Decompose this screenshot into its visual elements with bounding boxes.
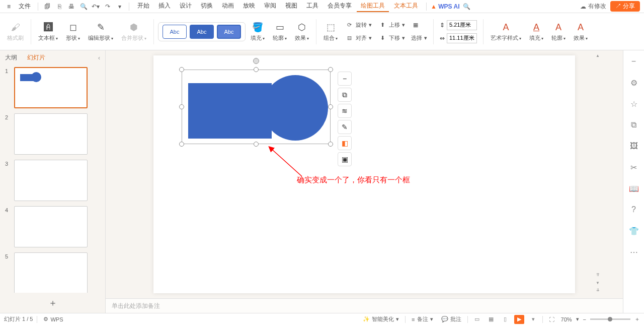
resize-handle[interactable] [328,67,333,72]
normal-view-icon[interactable]: ▭ [472,315,482,324]
shape-button[interactable]: ◻ 形状▾ [63,21,83,42]
tab-text-tools[interactable]: 文本工具 [390,1,422,12]
tab-insert[interactable]: 插入 [154,1,175,12]
collapse-panel-icon[interactable]: ‹ [98,54,100,61]
image-icon[interactable]: 🖼 [628,140,640,152]
zoom-thumb[interactable] [608,317,612,321]
float-border-button[interactable]: ▣ [338,152,352,166]
minus-icon[interactable]: − [628,55,640,68]
edit-shape-button[interactable]: ✎ 编辑形状▾ [85,21,116,42]
printer-icon[interactable]: 🖶 [66,2,76,12]
fit-view-icon[interactable]: ⛶ [547,315,557,324]
prev-slide-icon[interactable]: ⇈ [595,272,601,278]
book-icon[interactable]: 📖 [628,182,640,194]
search-icon[interactable]: 🔍 [461,2,471,12]
combine-button[interactable]: ⬚ 组合▾ [320,21,341,42]
shape-style-gallery[interactable]: Abc Abc Abc [158,22,246,41]
height-input[interactable] [447,20,477,30]
textbox-button[interactable]: 🅰 文本框▾ [35,21,61,42]
text-fill-button[interactable]: A 填充▾ [526,21,546,42]
slide-thumbnail-3[interactable] [14,160,88,201]
tab-tools[interactable]: 工具 [302,1,323,12]
sorter-view-icon[interactable]: ▦ [486,315,496,324]
star-icon[interactable]: ☆ [628,98,640,110]
hamburger-icon[interactable]: ≡ [4,2,14,11]
tab-animation[interactable]: 动画 [218,1,238,12]
tab-review[interactable]: 审阅 [260,1,280,12]
float-collapse-button[interactable]: − [338,72,352,86]
tab-design[interactable]: 设计 [176,1,196,12]
resize-handle[interactable] [179,67,184,72]
template-icon[interactable]: 👕 [628,225,640,237]
preview-icon[interactable]: 🔍 [78,2,89,12]
height-input-row[interactable]: ⇕ [440,19,477,31]
reading-view-icon[interactable]: ▯ [500,315,510,324]
outline-button[interactable]: ▭ 轮廓▾ [270,21,290,42]
wps-ai-button[interactable]: ▲ WPS AI [431,3,459,10]
cloud-modified-button[interactable]: ☁ 有修改 [580,2,606,11]
scroll-up-icon[interactable]: ▲ [595,52,601,58]
clipboard-icon[interactable]: ⧉ [628,119,640,131]
text-effect-button[interactable]: A 效果▾ [571,21,591,42]
undo-icon[interactable]: ↶▾ [91,2,101,12]
slides-tab[interactable]: 幻灯片 [27,53,45,62]
float-edit-button[interactable]: ✎ [338,120,352,134]
tab-slideshow[interactable]: 放映 [239,1,259,12]
redo-icon[interactable]: ↷ [103,2,113,12]
art-style-button[interactable]: A 艺术字样式▾ [488,21,524,42]
zoom-value[interactable]: 70% [561,316,572,322]
comments-button[interactable]: 💬 批注 [439,315,463,323]
slide-thumbnail-2[interactable] [14,113,88,155]
settings-icon[interactable]: ⚙ [628,77,640,89]
text-outline-button[interactable]: A 轮廓▾ [548,21,569,42]
notes-input[interactable]: 单击此处添加备注 [106,298,623,313]
selection-box[interactable] [182,70,331,144]
resize-handle[interactable] [254,142,259,147]
tab-view[interactable]: 视图 [281,1,301,12]
tab-start[interactable]: 开始 [133,1,153,12]
move-down-button[interactable]: ⬇下移 ▾ [378,32,405,44]
dropdown-icon[interactable]: ▾ [528,315,538,324]
style-preset-3[interactable]: Abc [217,25,241,39]
resize-handle[interactable] [254,67,259,72]
style-preset-2[interactable]: Abc [190,25,214,39]
rectangle-shape[interactable] [188,83,272,139]
zoom-slider[interactable] [590,318,630,320]
fill-button[interactable]: 🪣 填充▾ [248,21,268,42]
move-up-button[interactable]: ⬆上移 ▾ [378,19,405,31]
slide-canvas[interactable]: − ⧉ ≋ ✎ ◧ ▣ 确实变成一个了，你看只有一个框 [153,55,575,293]
file-menu[interactable]: 文件 [16,1,34,12]
style-preset-1[interactable]: Abc [163,25,187,39]
share-button[interactable]: ↗ 分享 [610,1,640,12]
tab-member[interactable]: 会员专享 [324,1,356,12]
add-slide-button[interactable]: ＋ [0,293,105,313]
float-copy-button[interactable]: ⧉ [338,88,352,102]
dropdown-icon[interactable]: ▾ [115,2,125,12]
resize-handle[interactable] [328,104,333,109]
zoom-out-button[interactable]: − [583,316,586,322]
notes-button[interactable]: ≡ 备注 ▾ [410,315,435,323]
slide-thumbnail-1[interactable] [14,67,88,108]
tab-drawing-tools[interactable]: 绘图工具 [357,1,389,12]
author-label[interactable]: ⚙ WPS [41,316,65,322]
rotate-handle[interactable] [253,58,259,64]
save-icon[interactable]: 🗐 [42,2,52,12]
scroll-down-icon[interactable]: ▼ [595,280,601,286]
select-button[interactable]: 选择 ▾ [411,32,427,44]
float-style-button[interactable]: ◧ [338,136,352,150]
outline-tab[interactable]: 大纲 [5,53,17,62]
pane-button[interactable]: ▦ [411,19,427,31]
tools-icon[interactable]: ✂ [628,161,640,173]
float-layer-button[interactable]: ≋ [338,104,352,118]
print-icon[interactable]: ⎘ [54,2,64,12]
width-input-row[interactable]: ⇔ [440,32,477,44]
width-input[interactable] [447,33,477,43]
resize-handle[interactable] [179,104,184,109]
slide-thumbnail-4[interactable] [14,206,88,247]
resize-handle[interactable] [328,142,333,147]
align-button[interactable]: ⊟对齐 ▾ [345,32,372,44]
rotate-button[interactable]: ⟳旋转 ▾ [345,19,372,31]
help-icon[interactable]: ? [628,204,640,216]
beautify-button[interactable]: ✨ 智能美化 ▾ [361,315,401,323]
slideshow-button[interactable]: ▶ [514,315,524,324]
